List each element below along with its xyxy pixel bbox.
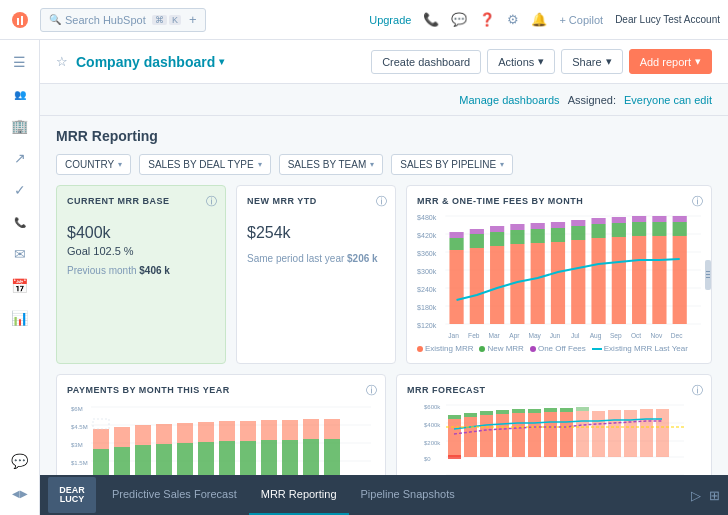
- sidebar-expand-icon[interactable]: ◀▶: [4, 479, 36, 507]
- sidebar-contacts-icon[interactable]: 👥: [4, 80, 36, 108]
- help-icon[interactable]: ❓: [479, 12, 495, 27]
- user-menu[interactable]: Dear Lucy Test Account: [615, 14, 720, 25]
- main-layout: ☰ 👥 🏢 ↗ ✓ 📞 ✉ 📅 📊 💬 ◀▶ ☆ Company dashboa…: [0, 40, 728, 515]
- phone-icon[interactable]: 📞: [423, 12, 439, 27]
- mrr-base-info-icon[interactable]: ⓘ: [206, 194, 217, 209]
- sidebar-chat-icon[interactable]: 💬: [4, 447, 36, 475]
- add-report-button[interactable]: Add report ▾: [629, 49, 712, 74]
- svg-rect-86: [219, 441, 235, 475]
- svg-rect-49: [673, 222, 687, 236]
- kbd-cmd: ⌘: [152, 15, 167, 25]
- svg-rect-136: [560, 408, 573, 412]
- sidebar-reports-icon[interactable]: 📊: [4, 304, 36, 332]
- forecast-info-icon[interactable]: ⓘ: [692, 383, 703, 398]
- mrr-fees-card: ⓘ MRR & ONE-TIME FEES BY MONTH $480k $42…: [406, 185, 712, 364]
- bell-icon[interactable]: 🔔: [531, 12, 547, 27]
- filter-deal-type[interactable]: SALES BY DEAL TYPE ▾: [139, 154, 270, 175]
- assigned-value[interactable]: Everyone can edit: [624, 94, 712, 106]
- filter-team-chevron: ▾: [370, 160, 374, 169]
- tab-actions: ▷ ⊞: [691, 488, 720, 503]
- svg-rect-80: [156, 444, 172, 475]
- svg-rect-134: [544, 408, 557, 412]
- tab-pipeline-snapshots[interactable]: Pipeline Snapshots: [349, 475, 467, 515]
- filter-country[interactable]: COUNTRY ▾: [56, 154, 131, 175]
- svg-rect-141: [624, 410, 637, 457]
- svg-rect-40: [612, 223, 626, 237]
- svg-rect-29: [531, 223, 545, 229]
- svg-rect-22: [490, 232, 504, 246]
- mrr-fees-info-icon[interactable]: ⓘ: [692, 194, 703, 209]
- svg-rect-17: [449, 232, 463, 238]
- svg-rect-87: [219, 421, 235, 441]
- tab-grid-icon[interactable]: ⊞: [709, 488, 720, 503]
- svg-rect-138: [576, 407, 589, 411]
- mrr-base-goal: Goal 102.5 %: [67, 245, 215, 257]
- filter-team[interactable]: SALES BY TEAM ▾: [279, 154, 384, 175]
- breadcrumb-chevron-icon[interactable]: ▾: [219, 56, 224, 67]
- tab-predictive-sales[interactable]: Predictive Sales Forecast: [100, 475, 249, 515]
- payments-chart: $6M $4.5M $3M $1.5M $0: [67, 399, 375, 475]
- manage-bar: Manage dashboards Assigned: Everyone can…: [40, 84, 728, 116]
- svg-text:Jun: Jun: [550, 332, 561, 339]
- svg-rect-39: [612, 237, 626, 324]
- svg-rect-88: [240, 441, 256, 475]
- settings-icon[interactable]: ⚙: [507, 12, 519, 27]
- svg-text:Feb: Feb: [468, 332, 480, 339]
- sidebar-calendar-icon[interactable]: 📅: [4, 272, 36, 300]
- svg-text:-$200k: -$200k: [424, 474, 443, 475]
- main-content: ☆ Company dashboard ▾ Create dashboard A…: [40, 40, 728, 515]
- svg-rect-121: [448, 415, 461, 419]
- svg-rect-143: [656, 409, 669, 457]
- upgrade-link[interactable]: Upgrade: [369, 14, 411, 26]
- dashboard-content: MRR Reporting COUNTRY ▾ SALES BY DEAL TY…: [40, 116, 728, 475]
- plus-icon: +: [189, 12, 197, 27]
- filter-pipeline-chevron: ▾: [500, 160, 504, 169]
- kbd-k: K: [169, 15, 181, 25]
- copilot-button[interactable]: + Copilot: [559, 14, 603, 26]
- add-report-chevron-icon: ▾: [695, 55, 701, 68]
- payments-info-icon[interactable]: ⓘ: [366, 383, 377, 398]
- svg-rect-31: [551, 228, 565, 242]
- sidebar-deals-icon[interactable]: ↗: [4, 144, 36, 172]
- sidebar-menu-icon[interactable]: ☰: [4, 48, 36, 76]
- row-1: ⓘ CURRENT MRR BASE $400k Goal 102.5 % Pr…: [56, 185, 712, 364]
- create-dashboard-button[interactable]: Create dashboard: [371, 50, 481, 74]
- svg-rect-123: [464, 417, 477, 457]
- svg-rect-74: [93, 429, 109, 449]
- svg-rect-43: [632, 222, 646, 236]
- forecast-chart: $600k $400k $200k $0 -$200k: [407, 399, 701, 475]
- favorite-icon[interactable]: ☆: [56, 54, 68, 69]
- new-mrr-info-icon[interactable]: ⓘ: [376, 194, 387, 209]
- sidebar-tasks-icon[interactable]: ✓: [4, 176, 36, 204]
- svg-rect-89: [240, 421, 256, 441]
- filter-pipeline[interactable]: SALES BY PIPELINE ▾: [391, 154, 513, 175]
- share-button[interactable]: Share ▾: [561, 49, 622, 74]
- svg-rect-130: [512, 409, 525, 413]
- svg-rect-48: [673, 236, 687, 324]
- svg-rect-81: [156, 424, 172, 444]
- search-bar[interactable]: 🔍 Search HubSpot ⌘ K +: [40, 8, 206, 32]
- mrr-base-label: CURRENT MRR BASE: [67, 196, 215, 206]
- sidebar-companies-icon[interactable]: 🏢: [4, 112, 36, 140]
- sidebar-phone-icon[interactable]: 📞: [4, 208, 36, 236]
- svg-text:$200k: $200k: [424, 440, 441, 446]
- svg-rect-92: [282, 440, 298, 475]
- search-placeholder: Search HubSpot: [65, 14, 146, 26]
- breadcrumb-title: Company dashboard ▾: [76, 54, 224, 70]
- svg-rect-94: [303, 439, 319, 475]
- svg-point-0: [12, 12, 28, 28]
- svg-text:$480k: $480k: [417, 214, 437, 221]
- manage-dashboards-link[interactable]: Manage dashboards: [459, 94, 559, 106]
- svg-rect-77: [114, 427, 130, 447]
- tab-play-icon[interactable]: ▷: [691, 488, 701, 503]
- chat-icon[interactable]: 💬: [451, 12, 467, 27]
- svg-rect-129: [512, 413, 525, 457]
- sidebar-email-icon[interactable]: ✉: [4, 240, 36, 268]
- svg-text:$4.5M: $4.5M: [71, 424, 88, 430]
- svg-rect-73: [93, 449, 109, 475]
- tab-mrr-reporting[interactable]: MRR Reporting: [249, 475, 349, 515]
- svg-text:Oct: Oct: [631, 332, 641, 339]
- svg-rect-34: [571, 226, 585, 240]
- drag-handle[interactable]: [705, 260, 711, 290]
- actions-button[interactable]: Actions ▾: [487, 49, 555, 74]
